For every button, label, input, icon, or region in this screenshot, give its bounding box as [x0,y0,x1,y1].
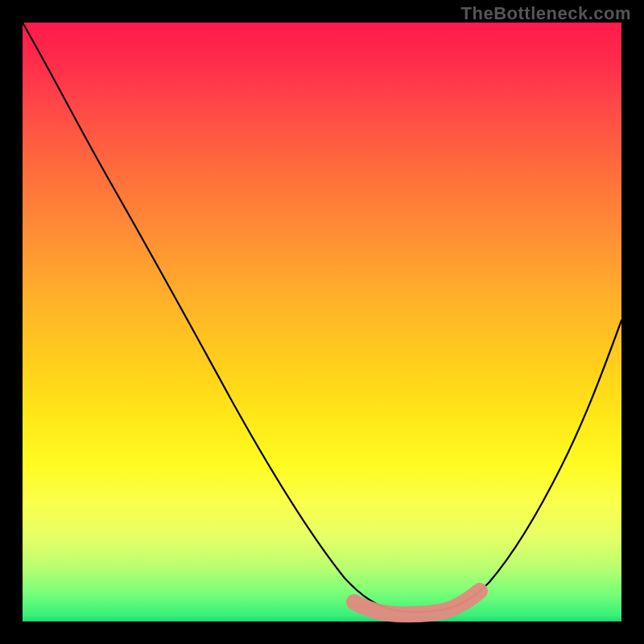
flat-zone-highlight [354,591,480,614]
curve-path [23,23,621,612]
plot-area [23,23,621,621]
chart-frame: TheBottleneck.com [0,0,644,644]
bottleneck-curve [23,23,621,621]
watermark-text: TheBottleneck.com [461,3,631,24]
